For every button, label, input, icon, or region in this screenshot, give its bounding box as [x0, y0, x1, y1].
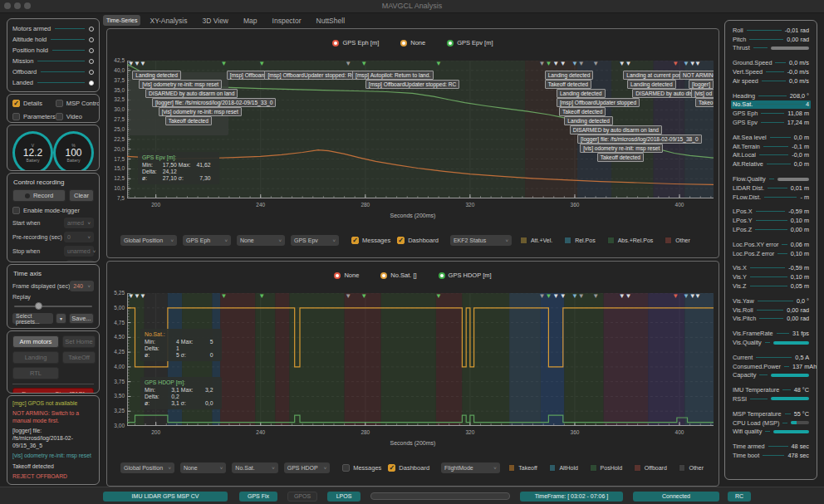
event-marker-icon[interactable]: ▼ [683, 61, 689, 67]
checkbox-parameters[interactable]: Parameters [12, 113, 56, 120]
event-marker-icon[interactable]: ▼ [539, 293, 546, 300]
replay-slider[interactable] [14, 302, 92, 311]
series-select[interactable]: Global Position˅ [120, 462, 174, 473]
tab-3d-view[interactable]: 3D View [197, 15, 235, 27]
telemetry-row: GPS Epv17,24 m [731, 118, 811, 127]
series-select[interactable]: GPS HDOP˅ [284, 462, 330, 473]
event-marker-icon[interactable]: ▼ [560, 61, 566, 67]
checkbox-details[interactable]: ✓Details [12, 100, 56, 107]
chevron-down-icon: ˅ [324, 466, 327, 471]
record-button[interactable]: Record [12, 189, 66, 202]
event-marker-icon[interactable]: ▼ [552, 293, 559, 300]
legend-item[interactable]: GPS Eph [m] [332, 39, 379, 46]
legend-item[interactable]: No.Sat. [] [380, 272, 416, 279]
mode-select[interactable]: EKF2 Status˅ [450, 235, 512, 246]
group-gap [731, 169, 811, 174]
legend-label: GPS Epv [m] [457, 39, 493, 46]
flag-label: Mission [12, 57, 33, 65]
event-marker-icon[interactable]: ▼ [360, 293, 367, 300]
event-marker-icon[interactable]: ▼ [258, 61, 265, 67]
plot-area[interactable]: ▼▼▼▼▼▼▼▼▼▼▼▼▼▼▼▼▼▼▼▼▼No.Sat.:Min:4Max:5D… [127, 293, 714, 426]
event-marker-icon[interactable]: ▼ [578, 61, 585, 67]
legend-item[interactable]: None [400, 39, 425, 46]
event-annotation: [logger] file: /fs/microsd/log/2018-02-0… [577, 135, 702, 144]
tab-nuttshell[interactable]: NuttShell [311, 15, 351, 27]
event-marker-icon[interactable]: ▼ [345, 61, 351, 67]
y-tick-label: 4,75 [106, 320, 125, 325]
checkbox-dashboard[interactable]: ✓Dashboard [388, 464, 429, 472]
event-marker-icon[interactable]: ▼ [672, 61, 679, 67]
event-annotation: Takeoff detected [559, 107, 606, 116]
presets-dropdown-button[interactable]: ▾ [56, 313, 66, 324]
tab-time-series[interactable]: Time-Series [103, 15, 140, 26]
tab-map[interactable]: Map [238, 15, 263, 27]
event-marker-icon[interactable]: ▼ [552, 61, 559, 67]
series-select[interactable]: GPS Epv˅ [291, 235, 339, 246]
checkbox-messages[interactable]: Messages [342, 464, 381, 472]
clear-button[interactable]: Clear [69, 189, 94, 202]
recording-row-select[interactable]: unarmed˅ [64, 246, 94, 257]
event-marker-icon[interactable]: ▼ [672, 293, 679, 300]
event-marker-icon[interactable]: ▼ [592, 293, 599, 300]
event-marker-icon[interactable]: ▼ [345, 293, 351, 300]
event-marker-icon[interactable]: ▼ [560, 293, 566, 300]
event-marker-icon[interactable]: ▼ [625, 61, 632, 67]
event-marker-icon[interactable]: ▼ [545, 61, 552, 67]
event-marker-icon[interactable]: ▼ [625, 293, 632, 300]
legend-dot-icon [380, 272, 387, 279]
event-marker-icon[interactable]: ▼ [545, 293, 552, 300]
event-marker-icon[interactable]: ▼ [435, 293, 442, 300]
legend-item[interactable]: None [334, 272, 359, 279]
mode-trigger-checkbox[interactable]: Enable mode-trigger [12, 207, 94, 214]
event-marker-icon[interactable]: ▼ [258, 293, 265, 300]
tab-inspector[interactable]: Inspector [267, 15, 307, 27]
event-marker-icon[interactable]: ▼ [619, 293, 625, 300]
event-marker-icon[interactable]: ▼ [140, 61, 146, 67]
event-marker-icon[interactable]: ▼ [221, 61, 228, 67]
legend-item[interactable]: GPS Epv [m] [447, 39, 493, 46]
series-select[interactable]: GPS Eph˅ [183, 235, 231, 246]
plot-area[interactable]: ▼▼▼▼▼▼▼▼▼▼▼▼▼▼▼▼▼▼▼▼▼Landing detected[vi… [127, 61, 714, 198]
slider-thumb[interactable] [35, 302, 42, 310]
recording-row-select[interactable]: 0˅ [66, 260, 94, 262]
checkbox-dashboard[interactable]: ✓Dashboard [397, 237, 439, 244]
emergency-stop-button[interactable]: Emergency Stop [TAB] [12, 388, 94, 394]
presets-select[interactable]: Select presets... [12, 313, 53, 324]
frame-displayed-select[interactable]: 240˅ [70, 281, 94, 291]
recording-row: Stop with delay (sec)0˅ [12, 260, 94, 262]
telemetry-bar [771, 46, 809, 50]
event-marker-icon[interactable]: ▼ [435, 61, 442, 67]
telemetry-bar [777, 178, 809, 181]
series-select[interactable]: None˅ [180, 462, 226, 473]
arm-motors-button[interactable]: Arm motors [12, 335, 59, 348]
recording-row-select[interactable]: 0˅ [64, 232, 94, 242]
y-tick-label: 4,50 [106, 334, 125, 340]
save-presets-button[interactable]: Save... [69, 313, 94, 324]
event-marker-icon[interactable]: ▼ [539, 61, 546, 67]
tab-xy-analysis[interactable]: XY-Analysis [144, 15, 193, 27]
event-marker-icon[interactable]: ▼ [360, 61, 367, 67]
mode-select[interactable]: FlightMode˅ [441, 462, 500, 473]
event-marker-icon[interactable]: ▼ [578, 293, 585, 300]
legend-dot-icon [400, 40, 407, 46]
legend-dot-icon [334, 272, 341, 279]
event-marker-icon[interactable]: ▼ [694, 61, 701, 67]
event-marker-icon[interactable]: ▼ [571, 61, 578, 67]
event-marker-icon[interactable]: ▼ [619, 61, 625, 67]
event-marker-icon[interactable]: ▼ [694, 293, 701, 300]
checkbox-video[interactable]: Video [56, 113, 100, 120]
event-marker-icon[interactable]: ▼ [571, 293, 578, 300]
checkbox-messages[interactable]: ✓Messages [351, 237, 390, 244]
series-select[interactable]: None˅ [237, 235, 285, 246]
event-marker-icon[interactable]: ▼ [683, 293, 689, 300]
series-select[interactable]: No.Sat.˅ [232, 462, 277, 473]
event-marker-icon[interactable]: ▼ [592, 61, 599, 67]
select-value: None [240, 237, 254, 243]
legend-item[interactable]: GPS HDOP [m] [439, 272, 492, 279]
recording-row-select[interactable]: armed˅ [64, 218, 94, 228]
telemetry-label: GPS Eph [733, 110, 758, 117]
series-select[interactable]: Global Position˅ [120, 235, 177, 246]
event-marker-icon[interactable]: ▼ [221, 293, 228, 300]
event-marker-icon[interactable]: ▼ [140, 293, 146, 300]
checkbox-msp-control[interactable]: MSP Control [56, 100, 100, 107]
